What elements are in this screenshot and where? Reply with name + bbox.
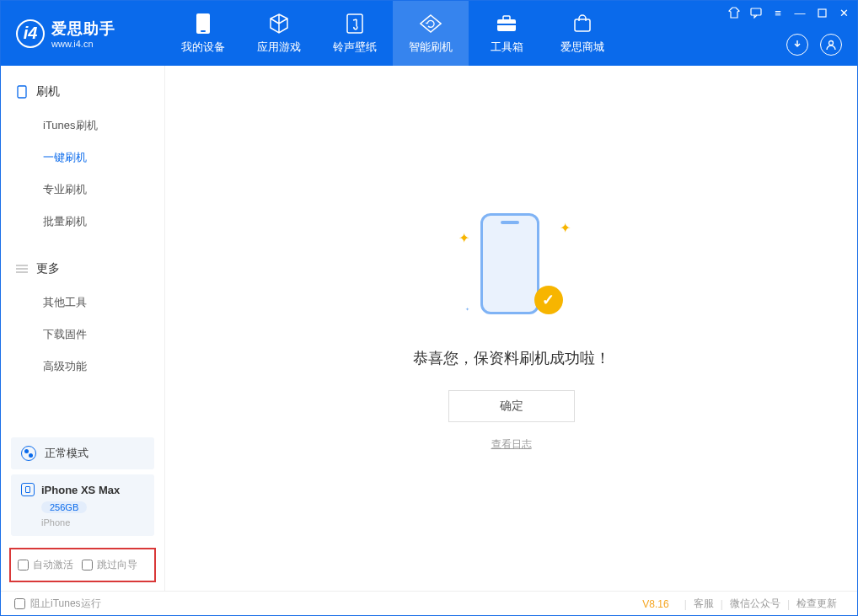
nav-label: 爱思商城	[560, 40, 604, 55]
logo-area[interactable]: i4 爱思助手 www.i4.cn	[1, 19, 165, 49]
app-name: 爱思助手	[51, 19, 115, 39]
device-type: iPhone	[41, 517, 144, 528]
sidebar: 刷机 iTunes刷机 一键刷机 专业刷机 批量刷机 更多 其他工具 下载固件 …	[1, 66, 165, 591]
block-itunes-input[interactable]	[14, 598, 25, 609]
nav-tab-ringtone[interactable]: 铃声壁纸	[317, 1, 393, 66]
nav-label: 智能刷机	[409, 40, 453, 55]
sidebar-item-advanced[interactable]: 高级功能	[1, 351, 164, 383]
svg-rect-8	[818, 9, 826, 17]
success-message: 恭喜您，保资料刷机成功啦！	[413, 348, 610, 368]
sidebar-header-label: 更多	[36, 261, 60, 276]
main-content: ✦ ✦ ✦ ✓ 恭喜您，保资料刷机成功啦！ 确定 查看日志	[165, 66, 857, 591]
nav-label: 铃声壁纸	[333, 40, 377, 55]
sidebar-header-flash[interactable]: 刷机	[1, 78, 164, 106]
svg-rect-7	[751, 8, 761, 15]
logo-text: 爱思助手 www.i4.cn	[51, 19, 115, 49]
device-small-icon	[21, 483, 35, 496]
skip-guide-input[interactable]	[82, 560, 93, 570]
storage-badge: 256GB	[41, 501, 87, 513]
sidebar-section-more: 更多 其他工具 下载固件 高级功能	[1, 243, 164, 388]
ok-button[interactable]: 确定	[448, 390, 575, 422]
maximize-button[interactable]	[815, 6, 829, 19]
sidebar-item-itunes[interactable]: iTunes刷机	[1, 110, 164, 142]
cube-icon	[268, 13, 290, 35]
block-itunes-checkbox[interactable]: 阻止iTunes运行	[14, 597, 101, 611]
svg-rect-4	[503, 16, 510, 20]
body: 刷机 iTunes刷机 一键刷机 专业刷机 批量刷机 更多 其他工具 下载固件 …	[1, 66, 857, 591]
mode-box[interactable]: 正常模式	[11, 437, 154, 469]
svg-rect-10	[18, 86, 26, 98]
sparkle-icon: ✦	[560, 220, 566, 227]
auto-activate-input[interactable]	[18, 560, 29, 570]
device-icon	[192, 13, 214, 35]
check-icon: ✓	[534, 286, 563, 314]
header: i4 爱思助手 www.i4.cn 我的设备 应用游戏 铃声壁纸 智能刷机 工具…	[1, 1, 857, 66]
svg-rect-2	[347, 14, 362, 33]
skin-icon[interactable]	[727, 6, 741, 19]
close-button[interactable]: ✕	[837, 6, 850, 19]
options-box: 自动激活 跳过向导	[9, 548, 156, 582]
app-url: www.i4.cn	[51, 39, 115, 49]
sidebar-items: iTunes刷机 一键刷机 专业刷机 批量刷机	[1, 106, 164, 243]
version-label: V8.16	[642, 598, 668, 610]
phone-outline-icon	[16, 86, 28, 98]
user-icon[interactable]	[820, 34, 842, 56]
nav-tab-flash[interactable]: 智能刷机	[393, 1, 469, 66]
store-icon	[571, 13, 593, 35]
phone-graphic	[480, 213, 539, 314]
sidebar-item-othertools[interactable]: 其他工具	[1, 287, 164, 319]
feedback-icon[interactable]	[749, 6, 763, 19]
nav-tab-apps[interactable]: 应用游戏	[241, 1, 317, 66]
auto-activate-label: 自动激活	[33, 558, 73, 572]
device-name: iPhone XS Max	[41, 484, 120, 496]
sidebar-items: 其他工具 下载固件 高级功能	[1, 283, 164, 388]
sparkle-icon: ✦	[465, 306, 472, 313]
success-illustration: ✦ ✦ ✦ ✓	[457, 205, 566, 323]
skip-guide-checkbox[interactable]: 跳过向导	[82, 558, 137, 572]
nav-label: 我的设备	[181, 40, 225, 55]
nav-tab-toolbox[interactable]: 工具箱	[469, 1, 544, 66]
sidebar-section-flash: 刷机 iTunes刷机 一键刷机 专业刷机 批量刷机	[1, 66, 164, 243]
sidebar-item-oneclick[interactable]: 一键刷机	[1, 142, 164, 174]
update-link[interactable]: 检查更新	[790, 597, 844, 611]
sidebar-item-pro[interactable]: 专业刷机	[1, 174, 164, 206]
block-itunes-label: 阻止iTunes运行	[30, 597, 101, 611]
download-icon[interactable]	[786, 34, 808, 56]
sidebar-item-firmware[interactable]: 下载固件	[1, 319, 164, 351]
footer: 阻止iTunes运行 V8.16 | 客服 | 微信公众号 | 检查更新	[1, 591, 857, 616]
svg-point-9	[829, 41, 834, 46]
wechat-link[interactable]: 微信公众号	[723, 597, 787, 611]
sidebar-header-label: 刷机	[36, 84, 60, 99]
nav-label: 工具箱	[491, 40, 523, 55]
music-icon	[344, 13, 366, 35]
window-controls: ≡ — ✕	[727, 6, 850, 19]
minimize-button[interactable]: —	[793, 6, 807, 19]
logo-icon: i4	[16, 19, 45, 48]
menu-icon[interactable]: ≡	[771, 6, 785, 19]
sidebar-item-batch[interactable]: 批量刷机	[1, 206, 164, 238]
device-box[interactable]: iPhone XS Max 256GB iPhone	[11, 474, 154, 536]
support-link[interactable]: 客服	[687, 597, 721, 611]
view-log-link[interactable]: 查看日志	[491, 437, 532, 452]
nav-tabs: 我的设备 应用游戏 铃声壁纸 智能刷机 工具箱 爱思商城	[165, 1, 620, 66]
nav-tab-store[interactable]: 爱思商城	[544, 1, 620, 66]
auto-activate-checkbox[interactable]: 自动激活	[18, 558, 73, 572]
nav-label: 应用游戏	[257, 40, 301, 55]
svg-rect-1	[201, 30, 206, 32]
header-actions	[786, 34, 842, 56]
list-icon	[16, 263, 28, 275]
sparkle-icon: ✦	[458, 230, 465, 237]
mode-label: 正常模式	[45, 446, 88, 461]
svg-rect-6	[575, 19, 590, 31]
sidebar-header-more[interactable]: 更多	[1, 254, 164, 283]
toolbox-icon	[496, 13, 517, 35]
svg-rect-5	[497, 24, 516, 25]
mode-icon	[21, 446, 36, 461]
refresh-icon	[420, 13, 442, 35]
skip-guide-label: 跳过向导	[97, 558, 137, 572]
nav-tab-device[interactable]: 我的设备	[165, 1, 241, 66]
